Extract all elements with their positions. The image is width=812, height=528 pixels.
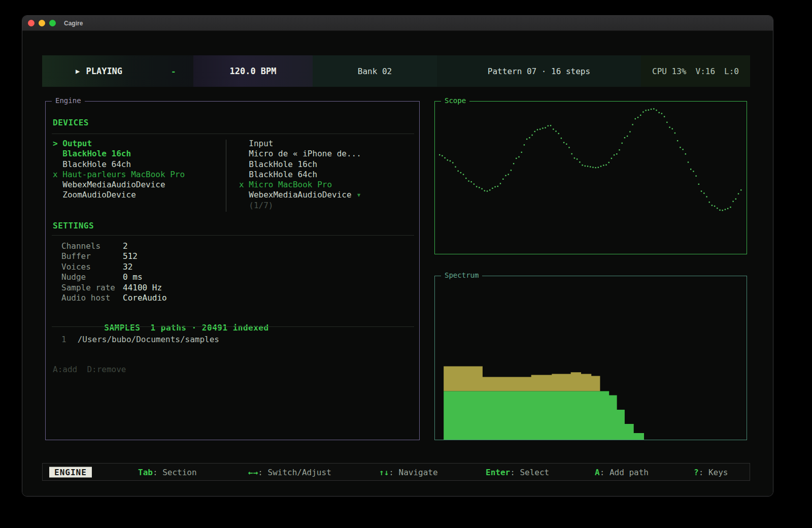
settings-heading: SETTINGS <box>53 221 94 230</box>
cpu-stats: CPU 13% V:16 L:0 <box>641 55 750 87</box>
divider <box>52 326 414 327</box>
setting-value: CoreAudio <box>123 293 167 303</box>
output-device-item: > Output <box>53 139 185 149</box>
bank-display: Bank 02 <box>313 55 437 87</box>
setting-label: Channels <box>61 241 123 251</box>
setting-label: Buffer <box>61 251 123 261</box>
output-device-item[interactable]: ZoomAudioDevice <box>53 190 185 200</box>
status-bar: ▶ PLAYING - 120.0 BPM Bank 02 Pattern 07… <box>42 55 750 87</box>
settings-list: Channels2Buffer512Voices32Nudge0 msSampl… <box>61 241 167 303</box>
play-icon: ▶ <box>76 67 80 75</box>
setting-value: 2 <box>123 241 128 251</box>
samples-label: SAMPLES <box>104 323 140 333</box>
titlebar: Cagire <box>22 16 773 31</box>
path-index: 1 <box>61 335 66 344</box>
voice-count: V:16 <box>696 67 716 76</box>
hint-desc: : Add path <box>600 467 649 477</box>
latency-stat: L:0 <box>724 67 739 76</box>
samples-meta: 1 paths · 20491 indexed <box>151 323 269 333</box>
scope-waveform <box>435 102 747 254</box>
hint-key: ? <box>694 467 699 477</box>
app-content: ▶ PLAYING - 120.0 BPM Bank 02 Pattern 07… <box>22 31 773 496</box>
hint-desc: : Section <box>153 467 197 477</box>
setting-value: 44100 Hz <box>123 283 162 293</box>
hint-key: Tab <box>138 467 153 477</box>
divider <box>52 134 414 134</box>
setting-row[interactable]: Nudge0 ms <box>61 272 167 282</box>
hint-key: A <box>595 467 600 477</box>
key-hint: ←→: Switch/Adjust <box>248 467 331 477</box>
scroll-more-icon: ▾ <box>352 190 361 200</box>
spectrum-panel: Spectrum <box>434 276 747 440</box>
transport-state: PLAYING <box>86 66 122 76</box>
setting-row[interactable]: Sample rate44100 Hz <box>61 283 167 293</box>
hint-desc: : Navigate <box>389 467 437 477</box>
input-device-list: Input Micro de « iPhone de... BlackHole … <box>239 139 361 211</box>
hint-key: ↑↓ <box>379 467 389 477</box>
hint-desc: : Select <box>510 467 549 477</box>
metronome-tick: - <box>171 67 176 76</box>
samples-key-hint: A:add D:remove <box>53 365 126 374</box>
traffic-lights <box>28 20 56 26</box>
sample-path-list: 1/Users/bubo/Documents/samples <box>61 335 219 344</box>
pattern-display: Pattern 07 · 16 steps <box>437 55 641 87</box>
setting-row[interactable]: Buffer512 <box>61 251 167 261</box>
input-device-item: Input <box>239 139 361 149</box>
output-device-item[interactable]: BlackHole 64ch <box>53 159 185 170</box>
setting-label: Voices <box>61 262 123 272</box>
hint-desc: : Switch/Adjust <box>258 467 331 477</box>
setting-value: 32 <box>123 262 132 272</box>
key-hint: ?: Keys <box>694 467 728 477</box>
key-hint: Tab: Section <box>138 467 197 477</box>
input-device-item[interactable]: BlackHole 64ch <box>239 170 361 180</box>
output-device-item[interactable]: x Haut-parleurs MacBook Pro <box>53 170 185 180</box>
hint-key: Enter <box>486 467 510 477</box>
setting-row[interactable]: Voices32 <box>61 262 167 272</box>
mode-badge: ENGINE <box>49 467 92 477</box>
divider <box>52 235 414 236</box>
zoom-button[interactable] <box>49 20 56 26</box>
column-divider <box>226 140 226 212</box>
setting-label: Sample rate <box>61 283 123 293</box>
output-device-item[interactable]: WebexMediaAudioDevice <box>53 180 185 190</box>
engine-panel: Engine DEVICES > Output BlackHole 16ch B… <box>45 101 420 440</box>
hint-desc: : Keys <box>699 467 728 477</box>
keybinding-bar: ENGINE Tab: Section←→: Switch/Adjust↑↓: … <box>42 463 750 481</box>
key-hint: Enter: Select <box>486 467 549 477</box>
screen: Cagire ▶ PLAYING - 120.0 BPM Bank 02 Pat… <box>0 0 812 528</box>
path-text: /Users/bubo/Documents/samples <box>78 335 219 344</box>
minimize-button[interactable] <box>39 20 45 26</box>
spectrum-chart <box>435 276 747 440</box>
input-device-item[interactable]: Micro de « iPhone de... <box>239 149 361 159</box>
close-button[interactable] <box>28 20 35 26</box>
input-device-item[interactable]: x Micro MacBook Pro <box>239 180 361 190</box>
spectrum-high-band <box>444 366 600 391</box>
setting-row[interactable]: Audio hostCoreAudio <box>61 293 167 303</box>
output-device-list: > Output BlackHole 16ch BlackHole 64chx … <box>53 139 185 201</box>
setting-value: 512 <box>123 251 138 261</box>
key-hint: A: Add path <box>595 467 649 477</box>
setting-value: 0 ms <box>123 272 143 282</box>
hint-key: ←→ <box>248 467 258 477</box>
app-window: Cagire ▶ PLAYING - 120.0 BPM Bank 02 Pat… <box>22 15 773 497</box>
transport-segment: ▶ PLAYING - <box>42 55 193 87</box>
input-device-item: (1/7) <box>239 201 361 211</box>
setting-row[interactable]: Channels2 <box>61 241 167 251</box>
engine-panel-title: Engine <box>52 96 85 105</box>
setting-label: Audio host <box>61 293 123 303</box>
bpm-display: 120.0 BPM <box>193 55 313 87</box>
scope-panel: Scope <box>434 101 747 254</box>
sample-path-row[interactable]: 1/Users/bubo/Documents/samples <box>61 335 219 344</box>
devices-heading: DEVICES <box>53 118 89 127</box>
input-device-item[interactable]: BlackHole 16ch <box>239 159 361 170</box>
output-device-item[interactable]: BlackHole 16ch <box>53 149 185 159</box>
cpu-usage: CPU 13% <box>652 67 686 76</box>
input-device-item[interactable]: WebexMediaAudioDevice ▾ <box>239 190 361 200</box>
window-title: Cagire <box>64 20 83 27</box>
key-hint: ↑↓: Navigate <box>379 467 438 477</box>
spectrum-low-band <box>444 391 644 440</box>
setting-label: Nudge <box>61 272 123 282</box>
